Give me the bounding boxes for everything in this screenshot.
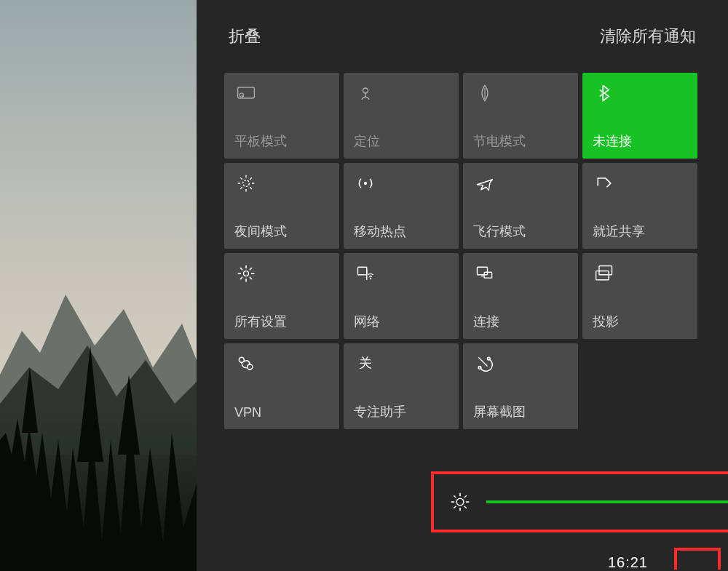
svg-line-57 bbox=[464, 495, 467, 498]
svg-point-37 bbox=[370, 278, 371, 279]
location-icon bbox=[354, 81, 377, 105]
airplane-icon bbox=[473, 172, 496, 195]
svg-marker-7 bbox=[82, 346, 99, 429]
svg-rect-10 bbox=[0, 549, 197, 571]
tile-airplane[interactable]: 飞行模式 bbox=[463, 163, 578, 249]
svg-text:关: 关 bbox=[359, 356, 372, 370]
svg-marker-4 bbox=[22, 367, 38, 433]
clear-notifications-button[interactable]: 清除所有通知 bbox=[600, 25, 696, 47]
svg-point-45 bbox=[248, 364, 253, 370]
tile-screenshot[interactable]: 屏幕截图 bbox=[463, 343, 578, 429]
tile-project[interactable]: 投影 bbox=[582, 253, 697, 339]
bluetooth-icon bbox=[593, 81, 616, 105]
tile-connect[interactable]: 连接 bbox=[463, 253, 578, 339]
svg-line-55 bbox=[454, 495, 456, 498]
svg-line-22 bbox=[240, 177, 242, 180]
svg-line-56 bbox=[464, 506, 467, 508]
tile-label: 定位 bbox=[354, 132, 380, 150]
hotspot-icon bbox=[354, 172, 377, 195]
svg-line-24 bbox=[250, 177, 252, 180]
tile-label: 所有设置 bbox=[234, 313, 287, 330]
tile-label: 夜间模式 bbox=[234, 223, 287, 240]
svg-rect-36 bbox=[358, 267, 367, 275]
tile-battery-saver[interactable]: 节电模式 bbox=[463, 73, 578, 159]
tile-network[interactable]: 网络 bbox=[344, 253, 459, 339]
tile-label: VPN bbox=[234, 405, 261, 420]
svg-point-17 bbox=[243, 180, 250, 187]
tablet-icon bbox=[234, 81, 258, 105]
collapse-button[interactable]: 折叠 bbox=[229, 25, 261, 47]
svg-line-34 bbox=[250, 268, 252, 270]
svg-line-32 bbox=[240, 268, 242, 270]
tile-focus-assist[interactable]: 关专注助手 bbox=[344, 343, 459, 429]
action-center-header: 折叠 清除所有通知 bbox=[197, 0, 728, 73]
tile-near-share[interactable]: 就近共享 bbox=[582, 163, 697, 249]
tile-label: 就近共享 bbox=[593, 223, 645, 240]
night-light-icon bbox=[234, 172, 258, 195]
tile-label: 网络 bbox=[354, 313, 380, 330]
svg-rect-43 bbox=[596, 271, 609, 280]
tile-label: 节电模式 bbox=[473, 132, 526, 150]
quick-action-tiles: 平板模式定位节电模式未连接夜间模式移动热点飞行模式就近共享所有设置网络连接投影V… bbox=[197, 73, 728, 429]
svg-marker-9 bbox=[118, 375, 140, 455]
desktop-wallpaper bbox=[0, 0, 197, 571]
vpn-icon bbox=[234, 352, 258, 375]
tile-vpn[interactable]: VPN bbox=[224, 343, 339, 429]
tile-label: 移动热点 bbox=[354, 223, 406, 240]
tile-label: 专注助手 bbox=[354, 403, 406, 420]
taskbar-clock: 16:21 bbox=[608, 554, 648, 571]
svg-point-44 bbox=[239, 357, 244, 362]
gear-icon bbox=[234, 262, 258, 285]
tile-label: 屏幕截图 bbox=[473, 403, 526, 420]
network-icon bbox=[354, 262, 377, 285]
svg-line-23 bbox=[250, 187, 252, 189]
tile-label: 飞行模式 bbox=[473, 223, 526, 240]
svg-point-14 bbox=[363, 88, 368, 93]
svg-line-49 bbox=[478, 357, 487, 366]
svg-line-33 bbox=[250, 277, 252, 279]
tile-night-light[interactable]: 夜间模式 bbox=[224, 163, 339, 249]
brightness-icon bbox=[447, 489, 473, 515]
tile-label: 投影 bbox=[593, 313, 619, 330]
svg-line-25 bbox=[240, 187, 242, 189]
brightness-slider[interactable] bbox=[486, 487, 728, 516]
svg-rect-42 bbox=[599, 266, 612, 275]
svg-line-58 bbox=[454, 506, 456, 508]
brightness-slider-highlighted bbox=[431, 471, 728, 532]
svg-line-35 bbox=[240, 277, 242, 279]
svg-point-27 bbox=[244, 271, 249, 276]
connect-icon bbox=[473, 262, 496, 285]
tile-label: 平板模式 bbox=[234, 132, 287, 150]
taskbar-action-center-icon-highlighted[interactable] bbox=[674, 548, 721, 570]
tile-tablet-mode[interactable]: 平板模式 bbox=[224, 73, 339, 159]
tile-label: 未连接 bbox=[593, 132, 632, 150]
wallpaper-trees bbox=[0, 309, 197, 571]
project-icon bbox=[593, 262, 616, 285]
svg-point-50 bbox=[456, 498, 464, 506]
svg-rect-39 bbox=[478, 267, 488, 275]
tile-hotspot[interactable]: 移动热点 bbox=[344, 163, 459, 249]
tile-location[interactable]: 定位 bbox=[344, 73, 459, 159]
tile-bluetooth[interactable]: 未连接 bbox=[582, 73, 697, 159]
share-icon bbox=[593, 172, 616, 195]
tile-settings[interactable]: 所有设置 bbox=[224, 253, 339, 339]
action-center-panel: 折叠 清除所有通知 平板模式定位节电模式未连接夜间模式移动热点飞行模式就近共享所… bbox=[197, 0, 728, 571]
svg-point-26 bbox=[364, 182, 367, 185]
tile-label: 连接 bbox=[473, 313, 499, 330]
focus-icon: 关 bbox=[354, 352, 377, 375]
leaf-icon bbox=[473, 81, 496, 105]
snip-icon bbox=[473, 352, 496, 375]
